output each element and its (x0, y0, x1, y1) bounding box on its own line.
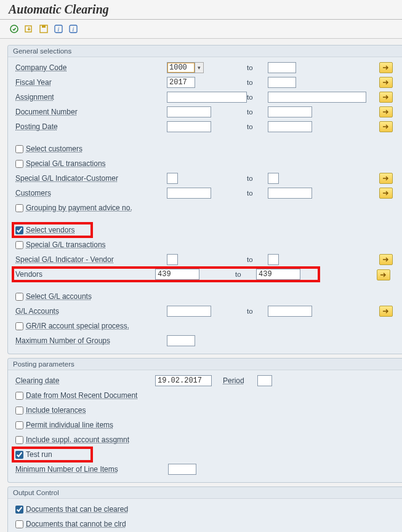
label-special-gl-transactions: Special G/L transactions (26, 240, 106, 249)
customers-from-input[interactable] (167, 188, 211, 199)
label-min-line-items: Minimum Number of Line Items (13, 465, 168, 474)
customers-to-input[interactable] (268, 188, 312, 199)
select-vendors-checkbox[interactable] (15, 226, 23, 234)
multi-select-icon[interactable] (379, 92, 393, 103)
vendors-from-input[interactable] (155, 269, 199, 280)
gl-accounts-to-input[interactable] (268, 306, 312, 317)
multi-select-icon[interactable] (379, 173, 393, 184)
special-gl-ind-cust-to-input[interactable] (268, 173, 279, 184)
fiscal-year-to-input[interactable] (268, 77, 296, 88)
app-toolbar: i i (0, 20, 402, 39)
label-gl-accounts: G/L Accounts (13, 307, 167, 316)
label-grouping-payment-advice: Grouping by payment advice no. (26, 204, 132, 212)
label-assignment: Assignment (13, 93, 167, 101)
info-icon[interactable]: i (53, 23, 64, 34)
label-special-gl-ind-vendor: Special G/L Indicator - Vendor (13, 255, 167, 264)
label-permit-individual-items: Permit individual line items (26, 421, 113, 429)
label-to: to (247, 175, 268, 182)
special-gl-ind-cust-from-input[interactable] (167, 173, 178, 184)
multi-select-icon[interactable] (379, 254, 393, 265)
min-line-items-input[interactable] (168, 464, 196, 475)
label-docs-cannot-be-cleared: Documents that cannot be clrd (26, 520, 126, 528)
group-title: Posting parameters (8, 359, 402, 370)
special-gl-trans-cust-checkbox[interactable] (15, 160, 23, 168)
label-document-number: Document Number (13, 108, 167, 116)
period-input[interactable] (257, 375, 272, 386)
group-general-selections: General selections Company Code ▾ to Fis… (7, 45, 402, 354)
select-gl-accounts-checkbox[interactable] (15, 293, 23, 301)
label-date-from-recent: Date from Most Recent Document (26, 391, 137, 400)
company-code-from-input[interactable] (167, 62, 195, 73)
variant-save-icon[interactable] (38, 23, 49, 34)
docnum-from-input[interactable] (167, 106, 211, 117)
label-posting-date: Posting Date (13, 122, 167, 131)
assignment-to-input[interactable] (268, 92, 366, 103)
assignment-from-input[interactable] (167, 92, 247, 103)
group-output-control: Output Control Documents that can be cle… (7, 486, 402, 532)
docs-cannot-be-cleared-checkbox[interactable] (15, 520, 23, 528)
info-icon[interactable]: i (68, 23, 79, 34)
highlight-test-run: Test run (13, 448, 92, 461)
select-customers-checkbox[interactable] (15, 145, 23, 153)
docs-can-be-cleared-checkbox[interactable] (15, 506, 23, 514)
gl-accounts-from-input[interactable] (167, 306, 211, 317)
label-select-customers: Select customers (26, 145, 82, 153)
vendors-to-input[interactable] (256, 269, 300, 280)
svg-text:i: i (73, 26, 74, 33)
label-grir-special-process: GR/IR account special process. (26, 322, 129, 330)
execute-icon[interactable] (9, 23, 20, 34)
label-include-suppl-assgmnt: Include suppl. account assgmnt (26, 435, 129, 444)
group-posting-parameters: Posting parameters Clearing date Period … (7, 358, 402, 483)
multi-select-icon[interactable] (379, 62, 393, 73)
max-groups-input[interactable] (167, 335, 195, 346)
label-fiscal-year: Fiscal Year (13, 78, 167, 87)
label-clearing-date: Clearing date (13, 376, 155, 385)
date-from-recent-checkbox[interactable] (15, 392, 23, 400)
label-special-gl-ind-customer: Special G/L Indicator-Customer (13, 174, 167, 183)
multi-select-icon[interactable] (379, 188, 393, 199)
label-customers: Customers (13, 189, 167, 197)
test-run-checkbox[interactable] (15, 451, 23, 459)
grouping-payment-advice-checkbox[interactable] (15, 204, 23, 212)
label-vendors: Vendors (13, 270, 155, 279)
label-to: to (247, 123, 268, 130)
multi-select-icon[interactable] (377, 269, 390, 280)
label-to: to (247, 93, 268, 101)
label-select-vendors: Select vendors (26, 226, 74, 234)
f4-help-icon[interactable]: ▾ (195, 62, 204, 73)
company-code-to-input[interactable] (268, 62, 296, 73)
label-company-code: Company Code (13, 63, 167, 72)
multi-select-icon[interactable] (379, 121, 393, 132)
label-period: Period (223, 376, 257, 385)
permit-individual-items-checkbox[interactable] (15, 421, 23, 429)
label-max-groups: Maximum Number of Groups (13, 336, 167, 345)
grir-special-process-checkbox[interactable] (15, 322, 23, 330)
multi-select-icon[interactable] (379, 106, 393, 117)
group-title: General selections (8, 46, 402, 57)
svg-point-0 (10, 25, 18, 33)
label-special-gl-transactions: Special G/L transactions (26, 159, 106, 168)
include-tolerances-checkbox[interactable] (15, 407, 23, 415)
multi-select-icon[interactable] (379, 306, 393, 317)
label-to: to (247, 64, 268, 71)
posting-date-to-input[interactable] (268, 121, 312, 132)
include-suppl-assgmnt-checkbox[interactable] (15, 436, 23, 444)
special-gl-ind-vend-to-input[interactable] (268, 254, 279, 265)
posting-date-from-input[interactable] (167, 121, 211, 132)
group-title: Output Control (8, 487, 402, 499)
variant-get-icon[interactable] (23, 23, 34, 34)
clearing-date-input[interactable] (155, 375, 212, 386)
label-to: to (247, 108, 268, 116)
label-to: to (247, 189, 268, 197)
highlight-select-vendors: Select vendors (13, 223, 92, 237)
highlight-vendors-row: Vendors to (13, 268, 319, 281)
fiscal-year-from-input[interactable] (167, 77, 195, 88)
label-docs-can-be-cleared: Documents that can be cleared (26, 505, 128, 514)
special-gl-ind-vend-from-input[interactable] (167, 254, 178, 265)
multi-select-icon[interactable] (379, 77, 393, 88)
special-gl-trans-vend-checkbox[interactable] (15, 241, 23, 249)
svg-rect-1 (25, 26, 31, 32)
label-include-tolerances: Include tolerances (26, 406, 86, 415)
docnum-to-input[interactable] (268, 106, 312, 117)
label-test-run: Test run (26, 450, 52, 459)
